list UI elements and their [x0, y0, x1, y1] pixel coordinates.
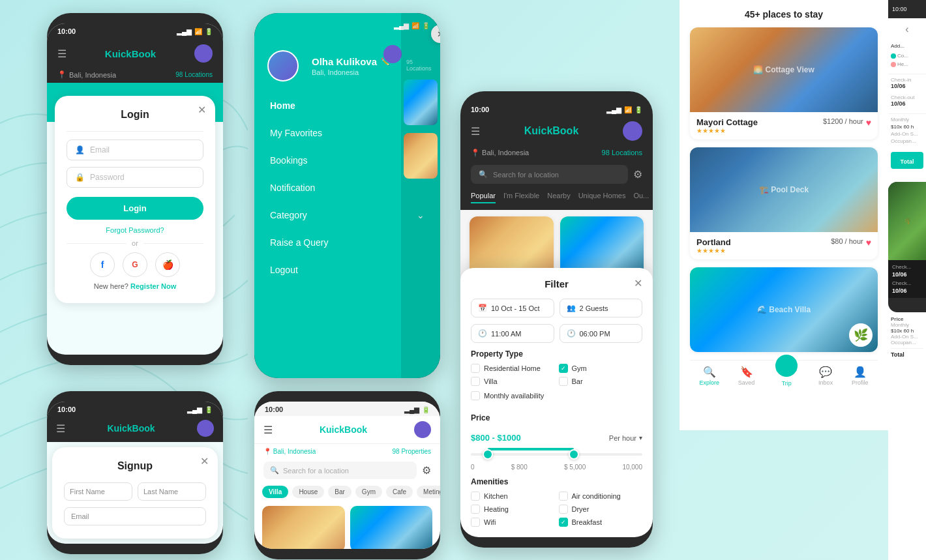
wifi-icon: 📶	[194, 28, 202, 35]
place-card-beach[interactable]: 🌊 Beach Villa 🌿	[690, 267, 878, 352]
time-from-pill[interactable]: 🕐 11:00 AM	[471, 324, 554, 343]
first-name-field[interactable]: First Name	[64, 482, 132, 501]
location-main: 📍 Bali, Indonesia	[471, 149, 529, 157]
slider-max-value: $ 5,000	[564, 464, 586, 471]
filter-icon-prop[interactable]: ⚙	[422, 464, 431, 477]
email-field[interactable]: 👤 Email	[67, 140, 203, 160]
category-villa[interactable]: Villa	[262, 486, 288, 498]
cottage-heart-button[interactable]: ♥	[866, 117, 871, 128]
amenity-heating[interactable]: Heating	[471, 505, 555, 514]
amenity-wifi[interactable]: Wifi	[471, 518, 555, 527]
category-house[interactable]: House	[292, 486, 324, 498]
apple-login-button[interactable]: 🍎	[155, 252, 180, 277]
google-login-button[interactable]: G	[123, 252, 147, 277]
menu-screen: ▂▄▆ 📶 🔋 Olha Kulikova ✏️ Bali, Indonesia…	[254, 13, 440, 378]
prop-type-monthly[interactable]: Monthly availability	[471, 391, 642, 400]
amenity-dryer[interactable]: Dryer	[559, 505, 643, 514]
login-button[interactable]: Login	[67, 197, 203, 220]
user-avatar-login[interactable]	[194, 44, 213, 63]
cb-heating[interactable]	[471, 505, 480, 514]
amenity-kitchen[interactable]: Kitchen	[471, 492, 555, 501]
place-card-cottage[interactable]: 🌅 Cottage View Mayori Cottage ★★★★★ $120…	[690, 27, 878, 140]
properties-count: 98 Properties	[393, 448, 431, 455]
last-name-field[interactable]: Last Name	[138, 482, 206, 501]
hamburger-icon-prop[interactable]: ☰	[263, 424, 273, 436]
tab-flexible[interactable]: I'm Flexible	[503, 192, 539, 203]
far-right-status: 10:00	[888, 0, 926, 18]
portland-heart-button[interactable]: ♥	[866, 237, 871, 248]
user-avatar-prop[interactable]	[414, 421, 431, 438]
calendar-icon: 📅	[478, 304, 487, 312]
signal-icon-prop: ▂▄▆	[404, 406, 419, 413]
cb-kitchen[interactable]	[471, 492, 480, 501]
hamburger-icon-signup[interactable]: ☰	[56, 422, 65, 435]
prop-type-villa[interactable]: Villa	[471, 377, 555, 386]
search-input-prop[interactable]: 🔍 Search for a location	[263, 462, 417, 479]
filter-close-button[interactable]: ✕	[634, 277, 642, 289]
forgot-password-link[interactable]: Forgot Password?	[67, 226, 203, 234]
user-avatar-signup[interactable]	[197, 420, 214, 437]
slider-thumb-right[interactable]	[569, 449, 579, 460]
cottage-name: Mayori Cottage	[696, 117, 758, 127]
price-per-unit[interactable]: Per hour ▾	[609, 434, 642, 442]
profile-label: Profile	[852, 379, 869, 386]
cb-villa[interactable]	[471, 377, 480, 386]
search-input-main[interactable]: 🔍 Search for a location	[471, 165, 628, 184]
prop-type-residential[interactable]: Residential Home	[471, 364, 555, 373]
close-login-button[interactable]: ✕	[198, 104, 206, 116]
trip-btn-circle[interactable]: ✈	[773, 353, 799, 379]
partial-bottom-info: Check... 10/06 Check... 10/06	[888, 260, 926, 298]
cb-breakfast[interactable]: ✓	[559, 518, 568, 527]
cb-ac[interactable]	[559, 492, 568, 501]
close-signup-button[interactable]: ✕	[200, 455, 209, 467]
status-time-main: 10:00	[471, 106, 489, 113]
password-field[interactable]: 🔒 Password	[67, 167, 203, 188]
facebook-login-button[interactable]: f	[90, 252, 115, 277]
cb-bar[interactable]	[559, 377, 568, 386]
category-bar[interactable]: Bar	[328, 486, 351, 498]
breakfast-label: Breakfast	[572, 518, 602, 526]
price-slider[interactable]	[471, 448, 642, 461]
nav-profile[interactable]: 👤 Profile	[852, 366, 869, 387]
prop-type-gym[interactable]: ✓ Gym	[559, 364, 643, 373]
nav-trip[interactable]: ✈ Trip	[773, 366, 799, 387]
hamburger-icon[interactable]: ☰	[57, 48, 67, 60]
category-meting[interactable]: Meting	[417, 486, 440, 498]
heating-label: Heating	[484, 505, 509, 513]
category-cafe[interactable]: Cafe	[386, 486, 413, 498]
guests-pill[interactable]: 👥 2 Guests	[560, 299, 643, 317]
prop-type-bar[interactable]: Bar	[559, 377, 643, 386]
property-img-1[interactable]	[262, 506, 345, 549]
user-avatar-main[interactable]	[623, 121, 642, 141]
tab-ou[interactable]: Ou...	[633, 192, 649, 203]
amenity-breakfast[interactable]: ✓ Breakfast	[559, 518, 643, 527]
slider-min-value: $ 800	[511, 464, 528, 471]
nav-saved[interactable]: 🔖 Saved	[738, 366, 755, 387]
time-to-pill[interactable]: 🕐 06:00 PM	[560, 324, 643, 343]
filter-icon-main[interactable]: ⚙	[633, 168, 642, 181]
nav-explore[interactable]: 🔍 Explore	[699, 366, 719, 387]
nav-inbox[interactable]: 💬 Inbox	[818, 366, 833, 387]
amenity-ac[interactable]: Air conditioning	[559, 492, 643, 501]
cb-monthly[interactable]	[471, 391, 480, 400]
property-img-2[interactable]	[350, 506, 433, 549]
header-avatar-menu[interactable]	[382, 44, 403, 65]
saved-label: Saved	[738, 379, 755, 386]
register-now-link[interactable]: Register Now	[130, 282, 176, 290]
tab-nearby[interactable]: Nearby	[547, 192, 570, 203]
date-range-pill[interactable]: 📅 10 Oct - 15 Oct	[471, 299, 554, 317]
tab-unique[interactable]: Unique Homes	[578, 192, 626, 203]
lock-icon: 🔒	[75, 173, 85, 182]
slider-thumb-left[interactable]	[483, 449, 493, 460]
tab-popular[interactable]: Popular	[471, 192, 496, 203]
email-field-signup[interactable]: Email	[64, 507, 206, 525]
back-arrow-button[interactable]: ‹	[888, 18, 926, 40]
place-card-portland[interactable]: 🏗️ Pool Deck Portland ★★★★★ $80 / hour ♥	[690, 147, 878, 259]
cb-gym[interactable]: ✓	[559, 364, 568, 373]
menu-user-avatar[interactable]	[267, 50, 299, 81]
cb-dryer[interactable]	[559, 505, 568, 514]
cb-residential[interactable]	[471, 364, 480, 373]
hamburger-icon-main[interactable]: ☰	[471, 125, 480, 138]
category-gym[interactable]: Gym	[355, 486, 382, 498]
cb-wifi[interactable]	[471, 518, 480, 527]
